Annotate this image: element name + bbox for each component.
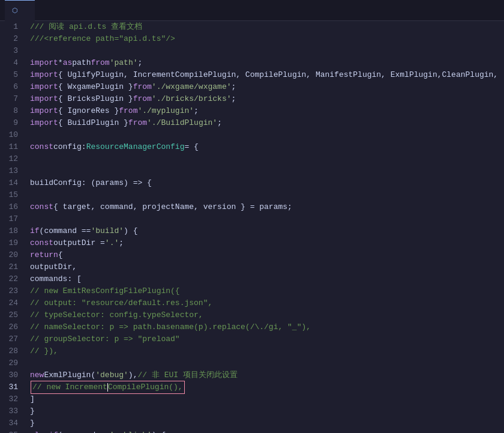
code-line-13 — [30, 165, 504, 177]
code-line-10 — [30, 129, 504, 141]
token-keyword: as — [63, 57, 73, 69]
code-line-4: import * as path from 'path'; — [30, 57, 504, 69]
token-plain: (command == — [58, 429, 110, 433]
line-number-15: 15 — [5, 189, 18, 201]
tab[interactable]: ⬡ — [5, 0, 35, 21]
token-keyword: if — [30, 225, 40, 237]
token-keyword: from — [119, 105, 137, 117]
code-line-19: const outputDir = '.'; — [30, 237, 504, 249]
token-comment: // typeSelector: config.typeSelector, — [30, 309, 203, 321]
code-line-1: /// 阅读 api.d.ts 查看文档 — [30, 21, 504, 33]
token-keyword: const — [30, 237, 53, 249]
token-keyword: import — [30, 105, 58, 117]
line-number-12: 12 — [5, 153, 18, 165]
token-keyword: return — [30, 249, 58, 261]
line-number-10: 10 — [5, 129, 18, 141]
token-keyword: from — [128, 117, 147, 129]
token-keyword: import — [30, 81, 58, 93]
tab-file-icon: ⬡ — [12, 7, 18, 14]
token-plain: commands: [ — [30, 273, 82, 285]
code-line-29 — [30, 357, 504, 369]
code-line-20: return { — [30, 249, 504, 261]
line-number-7: 7 — [5, 93, 18, 105]
token-type: ResourceManagerConfig — [86, 141, 185, 153]
line-number-16: 16 — [5, 201, 18, 213]
line-number-19: 19 — [5, 237, 18, 249]
code-line-21: outputDir, — [30, 261, 504, 273]
code-line-28: // }), — [30, 345, 504, 357]
line-number-1: 1 — [5, 21, 18, 33]
token-plain: { — [58, 249, 63, 261]
token-plain: { WxgamePlugin } — [58, 81, 133, 93]
line-number-22: 22 — [5, 273, 18, 285]
token-plain: path — [72, 57, 91, 69]
line-number-6: 6 — [5, 81, 18, 93]
token-plain: { BuildPlugin } — [58, 117, 128, 129]
token-plain: config: — [53, 141, 86, 153]
token-keyword: if — [49, 429, 58, 433]
line-number-27: 27 — [5, 333, 18, 345]
line-number-3: 3 — [5, 45, 18, 57]
line-number-33: 33 — [5, 405, 18, 417]
token-plain: ; — [217, 117, 222, 129]
code-line-16: const { target, command, projectName, ve… — [30, 201, 504, 213]
code-line-27: // groupSelector: p => "preload" — [30, 333, 504, 345]
token-keyword: import — [30, 117, 58, 129]
line-number-20: 20 — [5, 249, 18, 261]
token-keyword: const — [30, 201, 53, 213]
token-string: 'debug' — [95, 369, 128, 381]
token-comment: // groupSelector: p => "preload" — [30, 333, 180, 345]
line-number-9: 9 — [5, 117, 18, 129]
token-comment: ///<reference path="api.d.ts"/> — [30, 33, 175, 45]
code-line-18: if (command == 'build') { — [30, 225, 504, 237]
line-number-35: 35 — [5, 429, 18, 433]
token-comment: // new EmitResConfigFilePlugin({ — [30, 285, 180, 297]
line-number-32: 32 — [5, 393, 18, 405]
line-number-31: 31 — [5, 381, 18, 393]
line-number-2: 2 — [5, 33, 18, 45]
token-comment: /// 阅读 api.d.ts 查看文档 — [30, 21, 142, 33]
line-number-21: 21 — [5, 261, 18, 273]
line-number-14: 14 — [5, 177, 18, 189]
line-number-11: 11 — [5, 141, 18, 153]
code-line-2: ///<reference path="api.d.ts"/> — [30, 33, 504, 45]
code-line-35: else if (command == 'publish') { — [30, 429, 504, 433]
code-line-17 — [30, 213, 504, 225]
token-plain: { target, command, projectName, version … — [53, 201, 292, 213]
line-number-30: 30 — [5, 369, 18, 381]
code-line-30: new ExmlPlugin('debug'), // 非 EUI 项目关闭此设… — [30, 369, 504, 381]
token-plain: outputDir = — [53, 237, 105, 249]
token-keyword: from — [91, 57, 109, 69]
line-number-34: 34 — [5, 417, 18, 429]
token-plain: ; — [137, 57, 142, 69]
line-numbers: 1234567891011121314151617181920212223242… — [0, 21, 25, 433]
code-line-7: import { BricksPlugin } from './bricks/b… — [30, 93, 504, 105]
code-line-12 — [30, 153, 504, 165]
token-plain: buildConfig: (params) => { — [30, 177, 152, 189]
token-keyword: import — [30, 57, 58, 69]
token-comment: // output: "resource/default.res.json", — [30, 297, 212, 309]
token-string: './bricks/bricks' — [152, 93, 232, 105]
token-plain: { IgnoreRes } — [58, 105, 119, 117]
code-content[interactable]: /// 阅读 api.d.ts 查看文档///<reference path="… — [25, 21, 504, 433]
code-line-25: // typeSelector: config.typeSelector, — [30, 309, 504, 321]
code-line-15 — [30, 189, 504, 201]
token-string: './BuildPlugin' — [147, 117, 217, 129]
token-plain: } — [30, 417, 35, 429]
token-keyword: import — [30, 69, 58, 81]
token-keyword: from — [133, 81, 152, 93]
token-string: 'build' — [91, 225, 124, 237]
token-plain: ; — [119, 237, 124, 249]
token-plain: (command == — [40, 225, 91, 237]
line-number-13: 13 — [5, 165, 18, 177]
code-line-31: // new IncrementCompilePlugin(), — [30, 381, 504, 393]
token-keyword: import — [30, 93, 58, 105]
line-number-4: 4 — [5, 57, 18, 69]
token-string: 'path' — [110, 57, 138, 69]
token-plain: } — [30, 405, 35, 417]
token-string: './wxgame/wxgame' — [152, 81, 232, 93]
token-plain: ) { — [124, 225, 137, 237]
token-plain: ) { — [152, 429, 166, 433]
token-plain: ExmlPlugin( — [44, 369, 95, 381]
line-number-8: 8 — [5, 105, 18, 117]
